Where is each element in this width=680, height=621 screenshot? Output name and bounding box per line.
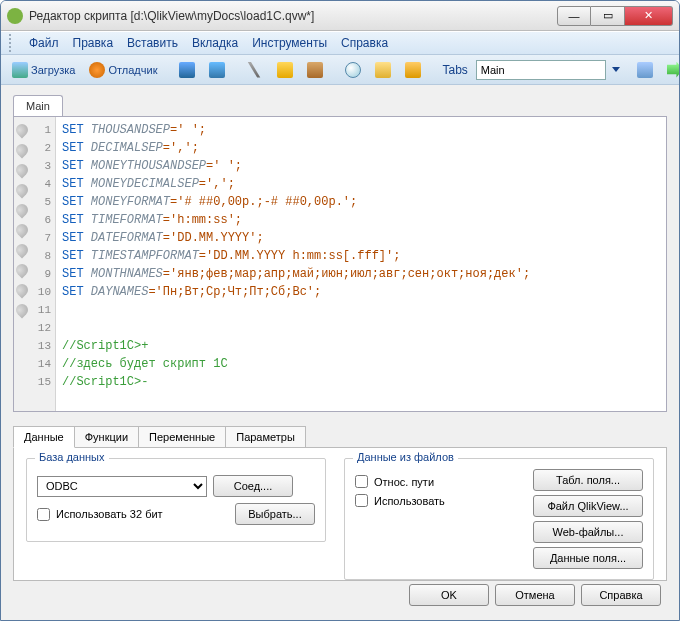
toolbar: Загрузка Отладчик Tabs (1, 55, 679, 85)
edit-icon (405, 62, 421, 78)
dialog-footer: OK Отмена Справка (409, 584, 661, 606)
debug-button[interactable]: Отладчик (84, 60, 162, 80)
breakpoint-marker-icon[interactable] (14, 302, 31, 319)
relative-paths-label: Относ. пути (374, 476, 434, 488)
bottom-tabstrip: Данные Функции Переменные Параметры (13, 426, 667, 448)
breakpoint-marker-icon[interactable] (14, 242, 31, 259)
menu-edit[interactable]: Правка (73, 36, 114, 50)
use-checkbox[interactable] (355, 494, 368, 507)
folder-open-icon (375, 62, 391, 78)
menubar: Файл Правка Вставить Вкладка Инструменты… (1, 31, 679, 55)
select-button[interactable]: Выбрать... (235, 503, 315, 525)
use-label: Использовать (374, 495, 445, 507)
breakpoint-marker-icon[interactable] (14, 142, 31, 159)
reload-icon (12, 62, 28, 78)
save-all-icon (209, 62, 225, 78)
breakpoint-marker-icon[interactable] (14, 182, 31, 199)
code-editor[interactable]: 1 2 3 4 5 6 7 8 9 10 11 12 13 14 15 SET … (13, 116, 667, 412)
save-button[interactable] (174, 60, 200, 80)
copy-icon (277, 62, 293, 78)
next-button[interactable] (662, 60, 680, 80)
force-32bit-checkbox[interactable] (37, 508, 50, 521)
script-tab-main[interactable]: Main (13, 95, 63, 116)
edit-button[interactable] (400, 60, 426, 80)
web-files-button[interactable]: Web-файлы... (533, 521, 643, 543)
script-editor-window: Редактор скрипта [d:\QlikView\myDocs\loa… (0, 0, 680, 621)
menu-file[interactable]: Файл (29, 36, 59, 50)
maximize-button[interactable]: ▭ (591, 6, 625, 26)
menu-help[interactable]: Справка (341, 36, 388, 50)
table-fields-button[interactable]: Табл. поля... (533, 469, 643, 491)
open-button[interactable] (370, 60, 396, 80)
help-button[interactable]: Справка (581, 584, 661, 606)
qlikview-file-button[interactable]: Файл QlikView... (533, 495, 643, 517)
data-fields-button[interactable]: Данные поля... (533, 547, 643, 569)
breakpoint-marker-icon[interactable] (14, 122, 31, 139)
tab-functions[interactable]: Функции (74, 426, 139, 448)
breakpoint-gutter[interactable] (14, 117, 32, 325)
paste-icon (307, 62, 323, 78)
breakpoint-marker-icon[interactable] (14, 262, 31, 279)
files-fieldset: Данные из файлов Относ. пути Использоват… (344, 458, 654, 580)
copy-button[interactable] (272, 60, 298, 80)
database-fieldset: База данных ODBC Соед.... Использовать 3… (26, 458, 326, 542)
cancel-button[interactable]: Отмена (495, 584, 575, 606)
tabs-label: Tabs (442, 63, 467, 77)
menu-insert[interactable]: Вставить (127, 36, 178, 50)
line-number-gutter: 1 2 3 4 5 6 7 8 9 10 11 12 13 14 15 (32, 117, 55, 395)
search-icon (345, 62, 361, 78)
menu-tab[interactable]: Вкладка (192, 36, 238, 50)
data-panel: База данных ODBC Соед.... Использовать 3… (13, 447, 667, 581)
minimize-button[interactable]: — (557, 6, 591, 26)
tabs-dropdown[interactable] (476, 60, 606, 80)
connect-button[interactable]: Соед.... (213, 475, 293, 497)
menubar-grip (9, 34, 13, 52)
tab-data[interactable]: Данные (13, 426, 75, 448)
force-32bit-label: Использовать 32 бит (56, 508, 163, 520)
save-icon (179, 62, 195, 78)
paste-button[interactable] (302, 60, 328, 80)
code-text[interactable]: SET THOUSANDSEP=' '; SET DECIMALSEP=',';… (56, 117, 666, 411)
db-type-select[interactable]: ODBC (37, 476, 207, 497)
bug-icon (89, 62, 105, 78)
database-legend: База данных (35, 451, 109, 463)
cut-icon (247, 62, 263, 78)
ok-button[interactable]: OK (409, 584, 489, 606)
tab-variables[interactable]: Переменные (138, 426, 226, 448)
organize-icon (637, 62, 653, 78)
relative-paths-checkbox[interactable] (355, 475, 368, 488)
app-icon (7, 8, 23, 24)
organize-tabs-button[interactable] (632, 60, 658, 80)
files-legend: Данные из файлов (353, 451, 458, 463)
search-button[interactable] (340, 60, 366, 80)
dropdown-arrow-icon[interactable] (612, 67, 620, 72)
cut-button[interactable] (242, 60, 268, 80)
window-title: Редактор скрипта [d:\QlikView\myDocs\loa… (29, 9, 557, 23)
breakpoint-marker-icon[interactable] (14, 222, 31, 239)
reload-button[interactable]: Загрузка (7, 60, 80, 80)
menu-tools[interactable]: Инструменты (252, 36, 327, 50)
close-button[interactable]: ✕ (625, 6, 673, 26)
titlebar: Редактор скрипта [d:\QlikView\myDocs\loa… (1, 1, 679, 31)
breakpoint-marker-icon[interactable] (14, 202, 31, 219)
tab-parameters[interactable]: Параметры (225, 426, 306, 448)
save-all-button[interactable] (204, 60, 230, 80)
breakpoint-marker-icon[interactable] (14, 282, 31, 299)
arrow-right-icon (667, 62, 680, 78)
breakpoint-marker-icon[interactable] (14, 162, 31, 179)
